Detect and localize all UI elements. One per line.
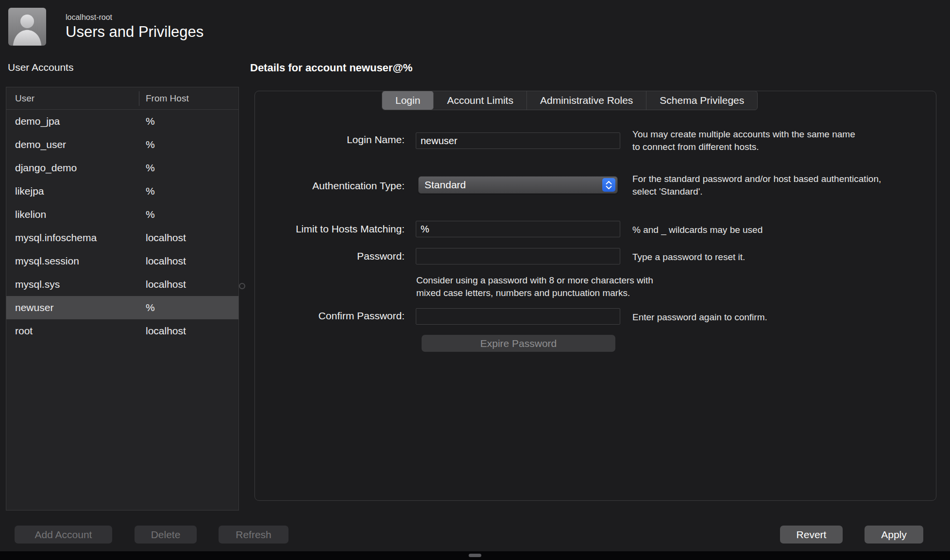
from-host-cell: % xyxy=(139,139,155,150)
user-cell: newuser xyxy=(6,302,139,313)
tab-administrative-roles[interactable]: Administrative Roles xyxy=(527,91,646,110)
table-row[interactable]: likelion% xyxy=(6,203,238,226)
user-cell: likelion xyxy=(6,209,139,220)
password-hint: Type a password to reset it. xyxy=(632,251,745,264)
column-header-from-host[interactable]: From Host xyxy=(139,93,189,104)
from-host-cell: localhost xyxy=(139,325,186,337)
from-host-cell: % xyxy=(139,185,155,197)
user-cell: django_demo xyxy=(6,162,139,174)
from-host-cell: % xyxy=(139,209,155,220)
refresh-button[interactable]: Refresh xyxy=(219,526,288,544)
table-row[interactable]: rootlocalhost xyxy=(6,319,238,343)
authentication-type-select[interactable]: Standard xyxy=(418,176,618,194)
confirm-password-hint: Enter password again to confirm. xyxy=(632,311,767,324)
table-header: User From Host xyxy=(6,87,238,110)
confirm-password-input[interactable] xyxy=(416,308,620,325)
user-avatar xyxy=(8,8,46,46)
stepper-icon xyxy=(602,178,615,192)
bottom-scrollbar-handle[interactable] xyxy=(469,554,481,557)
from-host-cell: localhost xyxy=(139,232,186,244)
connection-name: localhost-root xyxy=(66,13,112,22)
user-cell: mysql.infoschema xyxy=(6,232,139,244)
table-row[interactable]: newuser% xyxy=(6,296,238,319)
from-host-cell: % xyxy=(139,302,155,313)
table-row[interactable]: django_demo% xyxy=(6,156,238,180)
apply-button[interactable]: Apply xyxy=(865,526,923,544)
from-host-cell: localhost xyxy=(139,255,186,267)
login-name-hint: You may create multiple accounts with th… xyxy=(632,128,855,153)
limit-hosts-hint: % and _ wildcards may be used xyxy=(632,224,763,236)
user-cell: mysql.session xyxy=(6,255,139,267)
table-row[interactable]: demo_user% xyxy=(6,133,238,156)
user-accounts-table: User From Host demo_jpa%demo_user%django… xyxy=(6,87,239,511)
login-name-input[interactable] xyxy=(416,132,620,149)
login-name-label: Login Name: xyxy=(249,134,405,146)
password-note: Consider using a password with 8 or more… xyxy=(416,274,653,299)
user-cell: likejpa xyxy=(6,185,139,197)
from-host-cell: % xyxy=(139,162,155,174)
authentication-type-label: Authentication Type: xyxy=(249,180,405,192)
tab-account-limits[interactable]: Account Limits xyxy=(434,91,527,110)
table-row[interactable]: mysql.infoschemalocalhost xyxy=(6,226,238,249)
limit-hosts-label: Limit to Hosts Matching: xyxy=(249,223,405,235)
authentication-type-value: Standard xyxy=(424,179,466,191)
expire-password-button[interactable]: Expire Password xyxy=(422,335,615,352)
person-silhouette-icon xyxy=(8,8,46,46)
delete-button[interactable]: Delete xyxy=(135,526,197,544)
tab-schema-privileges[interactable]: Schema Privileges xyxy=(646,91,757,110)
table-row[interactable]: mysql.sessionlocalhost xyxy=(6,249,238,273)
password-input[interactable] xyxy=(416,248,620,264)
from-host-cell: localhost xyxy=(139,279,186,290)
user-accounts-heading: User Accounts xyxy=(8,62,73,73)
tab-login[interactable]: Login xyxy=(382,91,434,110)
user-table-body: demo_jpa%demo_user%django_demo%likejpa%l… xyxy=(6,110,238,343)
tab-bar: LoginAccount LimitsAdministrative RolesS… xyxy=(382,91,758,110)
table-row[interactable]: demo_jpa% xyxy=(6,110,238,133)
details-heading: Details for account newuser@% xyxy=(250,62,412,74)
table-row[interactable]: mysql.syslocalhost xyxy=(6,273,238,296)
table-row[interactable]: likejpa% xyxy=(6,180,238,203)
splitter-drag-handle[interactable] xyxy=(239,283,245,289)
user-cell: demo_jpa xyxy=(6,115,139,127)
confirm-password-label: Confirm Password: xyxy=(249,310,405,322)
limit-hosts-input[interactable] xyxy=(416,221,620,237)
password-label: Password: xyxy=(249,250,405,262)
page-title: Users and Privileges xyxy=(66,23,204,41)
user-cell: root xyxy=(6,325,139,337)
column-header-user[interactable]: User xyxy=(6,91,139,106)
revert-button[interactable]: Revert xyxy=(780,526,843,544)
add-account-button[interactable]: Add Account xyxy=(15,526,112,544)
user-cell: demo_user xyxy=(6,139,139,150)
from-host-cell: % xyxy=(139,115,155,127)
user-cell: mysql.sys xyxy=(6,279,139,290)
authentication-type-hint: For the standard password and/or host ba… xyxy=(632,173,881,198)
